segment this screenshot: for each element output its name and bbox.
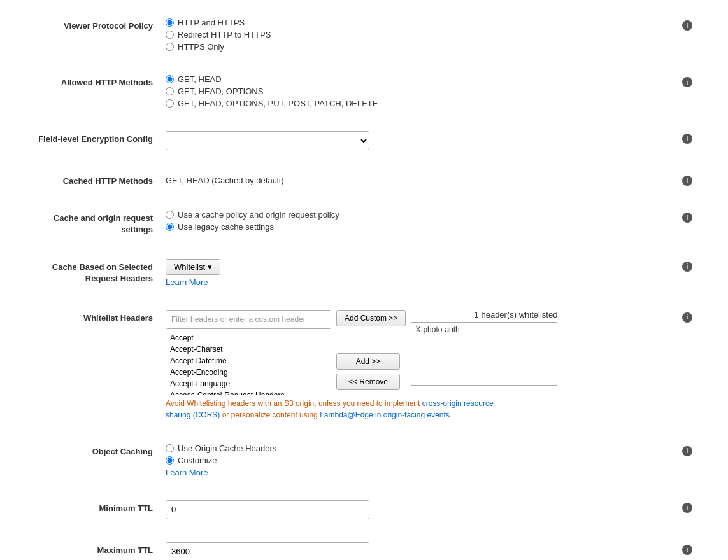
cached-methods-value: GET, HEAD (Cached by default) [166, 173, 677, 185]
viewer-protocol-info: i [677, 18, 703, 31]
object-caching-radio-1[interactable] [166, 444, 174, 452]
viewer-protocol-option-2[interactable]: Redirect HTTP to HTTPS [166, 30, 677, 39]
object-caching-radio-2[interactable] [166, 456, 174, 465]
viewer-protocol-content: HTTP and HTTPS Redirect HTTP to HTTPS HT… [166, 18, 677, 52]
cache-origin-option-2[interactable]: Use legacy cache settings [166, 222, 677, 232]
allowed-methods-options: GET, HEAD GET, HEAD, OPTIONS GET, HEAD, … [166, 74, 677, 108]
viewer-protocol-label: Viewer Protocol Policy [25, 18, 166, 32]
maximum-ttl-label: Maximum TTL [25, 542, 166, 556]
field-encryption-content [166, 131, 677, 150]
object-caching-option-1[interactable]: Use Origin Cache Headers [166, 444, 677, 453]
cache-headers-content: Whitelist ▾ Learn More [166, 259, 677, 287]
field-encryption-info: i [677, 131, 703, 144]
allowed-methods-radio-3[interactable] [166, 99, 174, 108]
cache-origin-label: Cache and origin request settings [25, 210, 166, 235]
whitelist-headers-content: Accept Accept-Charset Accept-Datetime Ac… [166, 310, 677, 421]
cached-methods-info: i [677, 173, 703, 186]
minimum-ttl-info: i [677, 500, 703, 513]
cache-origin-radio-1[interactable] [166, 211, 174, 219]
cached-methods-info-icon[interactable]: i [682, 176, 692, 186]
lambda-edge-link[interactable]: Lambda@Edge in origin-facing events [320, 410, 450, 419]
whitelist-dropdown-button[interactable]: Whitelist ▾ [166, 259, 220, 275]
remove-header-button[interactable]: << Remove [336, 374, 400, 390]
maximum-ttl-row: Maximum TTL i [25, 537, 703, 560]
allowed-methods-option-2[interactable]: GET, HEAD, OPTIONS [166, 87, 677, 96]
cache-headers-learn-more[interactable]: Learn More [166, 277, 677, 287]
whitelisted-count: 1 header(s) whitelisted [475, 310, 558, 319]
viewer-protocol-radio-3[interactable] [166, 43, 174, 51]
maximum-ttl-content [166, 542, 677, 560]
viewer-protocol-radio-2[interactable] [166, 31, 174, 39]
cache-origin-info: i [677, 210, 703, 223]
allowed-methods-info-icon[interactable]: i [682, 77, 692, 87]
header-option-access-control[interactable]: Access-Control-Request-Headers [166, 389, 331, 395]
object-caching-row: Object Caching Use Origin Cache Headers … [25, 438, 703, 482]
add-header-button[interactable]: Add >> [336, 353, 400, 370]
minimum-ttl-info-icon[interactable]: i [682, 503, 692, 513]
object-caching-content: Use Origin Cache Headers Customize Learn… [166, 444, 677, 477]
object-caching-info: i [677, 444, 703, 456]
whitelisted-item-xphotoauth: X-photo-auth [415, 325, 553, 334]
allowed-methods-label: Allowed HTTP Methods [25, 74, 166, 88]
warning-text-end: . [450, 410, 452, 419]
allowed-methods-row: Allowed HTTP Methods GET, HEAD GET, HEAD… [25, 69, 703, 113]
viewer-protocol-radio-1[interactable] [166, 18, 174, 27]
cache-headers-row: Cache Based on Selected Request Headers … [25, 254, 703, 292]
allowed-methods-option-3[interactable]: GET, HEAD, OPTIONS, PUT, POST, PATCH, DE… [166, 99, 677, 108]
header-option-accept-charset[interactable]: Accept-Charset [166, 344, 331, 355]
add-custom-button[interactable]: Add Custom >> [336, 310, 406, 326]
viewer-protocol-option-3[interactable]: HTTPS Only [166, 42, 677, 52]
cache-origin-content: Use a cache policy and origin request po… [166, 210, 677, 232]
minimum-ttl-content [166, 500, 677, 519]
header-option-accept-language[interactable]: Accept-Language [166, 378, 331, 389]
whitelist-headers-label: Whitelist Headers [25, 310, 166, 324]
headers-right-panel: 1 header(s) whitelisted X-photo-auth [411, 310, 557, 386]
cache-origin-row: Cache and origin request settings Use a … [25, 205, 703, 241]
filter-headers-input[interactable] [166, 310, 331, 329]
allowed-methods-content: GET, HEAD GET, HEAD, OPTIONS GET, HEAD, … [166, 74, 677, 108]
cache-origin-radio-2[interactable] [166, 223, 174, 231]
maximum-ttl-info: i [677, 542, 703, 555]
cache-origin-option-1[interactable]: Use a cache policy and origin request po… [166, 210, 677, 220]
cache-headers-info: i [677, 259, 703, 272]
chevron-down-icon: ▾ [208, 262, 212, 272]
header-option-accept-datetime[interactable]: Accept-Datetime [166, 355, 331, 367]
add-remove-group: Add >> << Remove [336, 353, 406, 390]
allowed-methods-radio-1[interactable] [166, 75, 174, 83]
whitelist-warning: Avoid Whitelisting headers with an S3 or… [166, 398, 516, 421]
cache-headers-info-icon[interactable]: i [682, 262, 692, 272]
whitelist-headers-info: i [677, 310, 703, 323]
minimum-ttl-input[interactable] [166, 500, 369, 519]
maximum-ttl-input[interactable] [166, 542, 369, 560]
header-option-accept[interactable]: Accept [166, 332, 331, 344]
allowed-methods-radio-2[interactable] [166, 87, 174, 95]
header-option-accept-encoding[interactable]: Accept-Encoding [166, 367, 331, 378]
maximum-ttl-info-icon[interactable]: i [682, 545, 692, 555]
whitelist-headers-info-icon[interactable]: i [682, 312, 692, 323]
headers-available-list[interactable]: Accept Accept-Charset Accept-Datetime Ac… [166, 332, 331, 395]
cache-origin-options: Use a cache policy and origin request po… [166, 210, 677, 232]
field-encryption-select[interactable] [166, 131, 369, 150]
headers-middle-panel: Add Custom >> Add >> << Remove [336, 310, 406, 390]
cached-methods-label: Cached HTTP Methods [25, 173, 166, 187]
object-caching-info-icon[interactable]: i [682, 446, 692, 456]
allowed-methods-info: i [677, 74, 703, 87]
object-caching-label: Object Caching [25, 444, 166, 458]
whitelisted-items-box: X-photo-auth [411, 322, 557, 386]
field-encryption-label: Field-level Encryption Config [25, 131, 166, 145]
field-encryption-info-icon[interactable]: i [682, 134, 692, 144]
viewer-protocol-row: Viewer Protocol Policy HTTP and HTTPS Re… [25, 13, 703, 57]
cache-origin-info-icon[interactable]: i [682, 213, 692, 223]
headers-left-panel: Accept Accept-Charset Accept-Datetime Ac… [166, 310, 331, 395]
whitelist-headers-row: Whitelist Headers Accept Accept-Charset … [25, 305, 703, 426]
viewer-protocol-info-icon[interactable]: i [682, 20, 692, 31]
viewer-protocol-option-1[interactable]: HTTP and HTTPS [166, 18, 677, 27]
allowed-methods-option-1[interactable]: GET, HEAD [166, 74, 677, 84]
warning-text-mid: or personalize content using [220, 410, 320, 419]
warning-text-before: Avoid Whitelisting headers with an S3 or… [166, 399, 422, 408]
object-caching-learn-more[interactable]: Learn More [166, 468, 677, 477]
cached-methods-content: GET, HEAD (Cached by default) [166, 173, 677, 185]
viewer-protocol-options: HTTP and HTTPS Redirect HTTP to HTTPS HT… [166, 18, 677, 52]
whitelist-btn-label: Whitelist [174, 262, 205, 272]
object-caching-option-2[interactable]: Customize [166, 456, 677, 465]
